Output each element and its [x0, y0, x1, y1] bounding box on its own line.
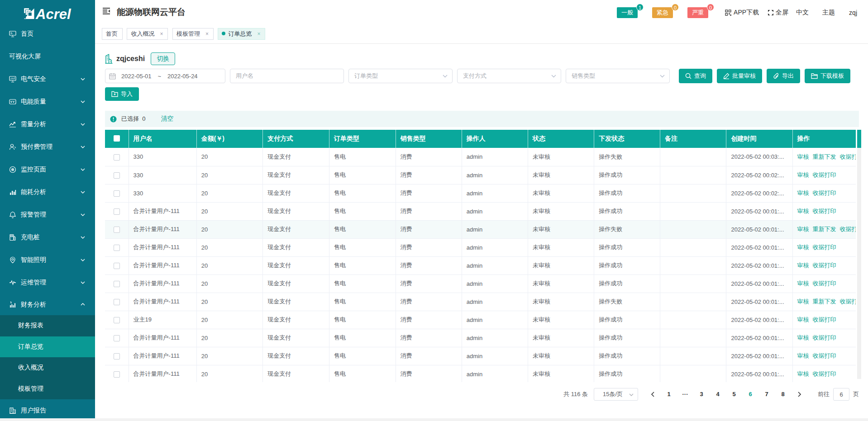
svg-text:Acrel: Acrel — [35, 6, 72, 22]
